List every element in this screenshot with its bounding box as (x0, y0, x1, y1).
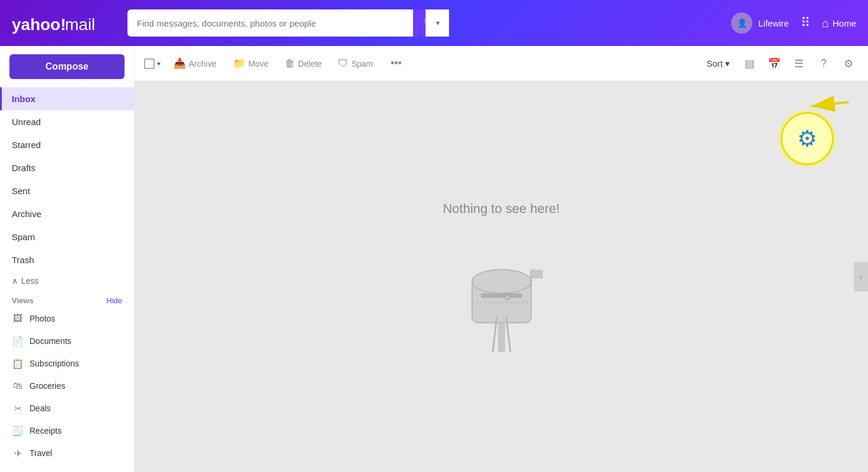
sidebar-item-documents[interactable]: 📄 Documents (0, 330, 134, 352)
move-toolbar-icon: 📁 (233, 57, 245, 70)
sidebar-item-photos[interactable]: 🖼 Photos (0, 307, 134, 330)
arrow-svg (794, 73, 861, 139)
user-profile[interactable]: 👤 Lifewire (731, 12, 789, 34)
empty-mailbox-illustration (454, 234, 549, 352)
archive-label: Archive (12, 209, 41, 219)
sidebar-item-subscriptions[interactable]: 📋 Subscriptions (0, 352, 134, 375)
less-label: Less (21, 276, 39, 286)
checkbox-dropdown-chevron[interactable]: ▾ (157, 60, 161, 68)
settings-button[interactable]: ⚙ (838, 54, 859, 74)
delete-action-label: Delete (298, 59, 322, 68)
archive-toolbar-icon: 📥 (173, 57, 186, 70)
toolbar: ▾ 📥 Archive 📁 Move 🗑 Delete 🛡 Spam (135, 46, 868, 81)
list-view-button[interactable]: ☰ (789, 54, 809, 74)
home-button[interactable]: ⌂ Home (822, 17, 856, 30)
chevron-up-icon: ∧ (12, 276, 18, 286)
folders-section-header: Folders Hide (0, 464, 134, 472)
toolbar-left: ▾ 📥 Archive 📁 Move 🗑 Delete 🛡 Spam (144, 55, 407, 72)
help-button[interactable]: ? (814, 54, 834, 74)
sort-label: Sort (706, 58, 723, 68)
select-all-checkbox[interactable] (144, 58, 155, 69)
condensed-view-icon: ▤ (745, 57, 755, 70)
sidebar-item-groceries[interactable]: 🛍 Groceries (0, 375, 134, 397)
calendar-icon: 📅 (768, 57, 781, 70)
avatar: 👤 (731, 12, 752, 34)
condensed-view-button[interactable]: ▤ (739, 54, 759, 74)
settings-gear-icon: ⚙ (844, 57, 853, 70)
subscriptions-label: Subscriptions (30, 359, 79, 368)
topbar: yahoo! mail ▾ 🔍 👤 Lifewire ⠿ ⌂ Home (0, 0, 868, 46)
sidebar-item-drafts[interactable]: Drafts (0, 156, 134, 179)
sidebar-item-archive[interactable]: Archive (0, 202, 134, 225)
sidebar-item-spam[interactable]: Spam (0, 225, 134, 248)
travel-label: Travel (30, 448, 52, 458)
help-icon: ? (821, 57, 827, 70)
compose-button[interactable]: Compose (9, 54, 125, 79)
spam-action-label: Spam (351, 59, 373, 68)
svg-text:yahoo!: yahoo! (12, 15, 66, 34)
topbar-right: 👤 Lifewire ⠿ ⌂ Home (731, 12, 856, 34)
svg-point-4 (472, 270, 531, 293)
sidebar-item-trash[interactable]: Trash (0, 248, 134, 271)
documents-label: Documents (30, 336, 71, 346)
delete-action[interactable]: 🗑 Delete (281, 55, 325, 72)
username-label: Lifewire (758, 18, 789, 28)
trash-label: Trash (12, 255, 34, 265)
archive-action[interactable]: 📥 Archive (170, 55, 220, 72)
sidebar-item-starred[interactable]: Starred (0, 133, 134, 156)
move-action-label: Move (248, 59, 268, 68)
inbox-label: Inbox (12, 94, 35, 104)
collapse-panel-button[interactable]: › (854, 262, 868, 291)
views-section-header: Views Hide (0, 290, 134, 307)
groceries-icon: 🛍 (12, 380, 24, 392)
svg-rect-5 (481, 293, 522, 298)
unread-label: Unread (12, 117, 41, 127)
subscriptions-icon: 📋 (12, 358, 24, 369)
spam-toolbar-icon: 🛡 (338, 58, 348, 70)
receipts-icon: 🧾 (12, 425, 24, 437)
archive-action-label: Archive (189, 59, 217, 68)
home-icon: ⌂ (822, 17, 829, 30)
main-layout: Compose Inbox Unread Starred Drafts Sent… (0, 46, 868, 472)
sidebar-item-receipts[interactable]: 🧾 Receipts (0, 419, 134, 442)
sidebar-item-sent[interactable]: Sent (0, 179, 134, 202)
calendar-view-button[interactable]: 📅 (764, 54, 784, 74)
groceries-label: Groceries (30, 381, 65, 391)
settings-arrow-pointer (804, 83, 851, 132)
views-hide-button[interactable]: Hide (106, 296, 122, 305)
svg-line-14 (811, 86, 849, 123)
sort-chevron-icon: ▾ (725, 58, 730, 69)
sidebar-item-deals[interactable]: ✂ Deals (0, 397, 134, 419)
deals-label: Deals (30, 404, 51, 413)
logo-svg: yahoo! mail (12, 11, 112, 35)
sidebar-item-travel[interactable]: ✈ Travel (0, 442, 134, 464)
sort-button[interactable]: Sort ▾ (702, 56, 735, 71)
yahoo-mail-logo[interactable]: yahoo! mail (12, 11, 118, 35)
deals-icon: ✂ (12, 402, 24, 414)
select-all-area: ▾ (144, 58, 161, 69)
move-action[interactable]: 📁 Move (230, 55, 272, 72)
sidebar-item-unread[interactable]: Unread (0, 110, 134, 133)
sidebar-item-inbox[interactable]: Inbox (0, 87, 134, 110)
drafts-label: Drafts (12, 163, 35, 173)
apps-icon[interactable]: ⠿ (801, 15, 810, 31)
spam-action[interactable]: 🛡 Spam (335, 55, 376, 72)
views-label: Views (12, 296, 34, 305)
photos-icon: 🖼 (12, 313, 24, 324)
search-bar: ▾ 🔍 (127, 9, 449, 37)
search-input[interactable] (127, 9, 413, 37)
search-dropdown-chevron[interactable]: ▾ (425, 9, 449, 37)
svg-point-10 (506, 296, 509, 299)
content-area: ▾ 📥 Archive 📁 Move 🗑 Delete 🛡 Spam (135, 46, 868, 472)
svg-rect-7 (531, 270, 543, 278)
list-view-icon: ☰ (794, 57, 804, 70)
receipts-label: Receipts (30, 426, 61, 435)
more-actions-button[interactable]: ••• (386, 55, 407, 72)
empty-message: Nothing to see here! (443, 201, 559, 217)
home-label: Home (833, 18, 856, 28)
delete-toolbar-icon: 🗑 (285, 58, 295, 70)
sent-label: Sent (12, 186, 30, 196)
sidebar: Compose Inbox Unread Starred Drafts Sent… (0, 46, 135, 472)
less-toggle[interactable]: ∧ Less (0, 271, 134, 290)
toolbar-right: Sort ▾ ▤ 📅 ☰ ? ⚙ (702, 54, 859, 74)
